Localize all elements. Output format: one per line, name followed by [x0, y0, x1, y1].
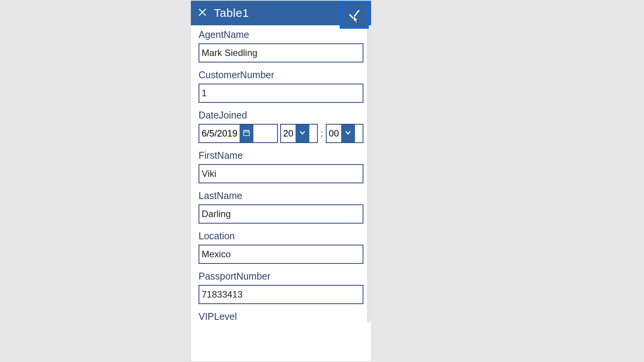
- datejoined-date-picker[interactable]: 6/5/2019: [199, 124, 278, 143]
- form-body: AgentName CustomerNumber DateJoined 6/5/…: [191, 25, 371, 361]
- datejoined-row: 6/5/2019 20: [199, 124, 363, 143]
- submit-button[interactable]: [340, 1, 369, 29]
- input-passportnumber[interactable]: [199, 285, 363, 304]
- input-location[interactable]: [199, 245, 363, 264]
- form-title: Table1: [214, 7, 249, 20]
- label-agentname: AgentName: [199, 29, 363, 40]
- field-lastname: LastName: [199, 190, 363, 224]
- input-firstname[interactable]: [199, 164, 363, 183]
- field-customernumber: CustomerNumber: [199, 69, 363, 103]
- label-firstname: FirstName: [199, 150, 363, 161]
- close-icon: [197, 7, 207, 19]
- datejoined-hour-value: 20: [281, 125, 296, 142]
- close-button[interactable]: [191, 1, 214, 25]
- input-agentname-text[interactable]: [202, 48, 360, 58]
- input-customernumber[interactable]: [199, 84, 363, 103]
- datejoined-minute-value: 00: [327, 125, 342, 142]
- chevron-down-icon: [344, 129, 352, 138]
- datejoined-minute-picker[interactable]: 00: [326, 124, 363, 143]
- field-passportnumber: PassportNumber: [199, 271, 363, 304]
- datejoined-date-trigger[interactable]: [240, 125, 253, 142]
- datejoined-minute-trigger[interactable]: [341, 125, 355, 142]
- input-lastname-text[interactable]: [202, 209, 360, 219]
- input-customernumber-text[interactable]: [202, 88, 360, 99]
- datejoined-hour-trigger[interactable]: [296, 125, 309, 142]
- datejoined-hour-picker[interactable]: 20: [280, 124, 318, 143]
- calendar-icon: [243, 129, 250, 138]
- input-lastname[interactable]: [199, 204, 363, 224]
- check-icon: [347, 7, 361, 23]
- label-passportnumber: PassportNumber: [199, 271, 363, 282]
- chevron-down-icon: [299, 129, 306, 138]
- label-datejoined: DateJoined: [199, 110, 363, 121]
- field-viplevel: VIPLevel: [199, 311, 363, 322]
- input-firstname-text[interactable]: [202, 168, 360, 179]
- field-location: Location: [199, 230, 363, 264]
- input-agentname[interactable]: [199, 43, 363, 63]
- input-passportnumber-text[interactable]: [202, 289, 360, 300]
- field-datejoined: DateJoined 6/5/2019: [199, 110, 363, 143]
- field-firstname: FirstName: [199, 150, 363, 183]
- svg-rect-2: [244, 130, 250, 135]
- input-location-text[interactable]: [202, 249, 360, 260]
- edit-form-panel: Table1 AgentName CustomerNumber: [191, 1, 371, 361]
- label-customernumber: CustomerNumber: [199, 69, 363, 81]
- title-bar: Table1: [191, 1, 371, 25]
- time-colon: :: [320, 128, 324, 139]
- label-lastname: LastName: [199, 190, 363, 201]
- datejoined-date-value: 6/5/2019: [199, 125, 240, 142]
- field-agentname: AgentName: [199, 29, 363, 63]
- label-location: Location: [199, 230, 363, 242]
- label-viplevel: VIPLevel: [199, 311, 363, 322]
